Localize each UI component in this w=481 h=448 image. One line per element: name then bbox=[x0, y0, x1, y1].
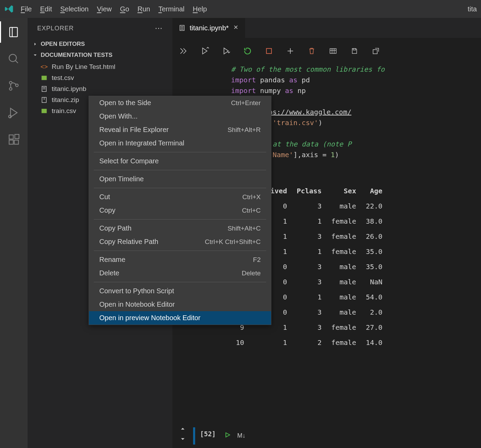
context-menu-item[interactable]: CutCtrl+X bbox=[89, 190, 271, 204]
menu-item-label: Copy bbox=[99, 206, 116, 214]
svg-rect-31 bbox=[373, 50, 377, 54]
notebook-icon bbox=[40, 85, 48, 93]
menu-item-label: Open in preview Notebook Editor bbox=[99, 314, 201, 322]
svg-point-5 bbox=[9, 115, 11, 118]
menu-item-label: Open in Notebook Editor bbox=[99, 301, 175, 308]
context-menu-item[interactable]: CopyCtrl+C bbox=[89, 204, 271, 217]
chevron-up-icon[interactable] bbox=[179, 425, 186, 434]
menu-item-shortcut: Ctrl+K Ctrl+Shift+C bbox=[205, 238, 261, 246]
context-menu-item[interactable]: Open to the SideCtrl+Enter bbox=[89, 96, 271, 110]
context-menu-item[interactable]: DeleteDelete bbox=[89, 266, 271, 280]
file-item[interactable]: test.csv bbox=[28, 72, 172, 83]
context-menu-item[interactable]: Convert to Python Script bbox=[89, 284, 271, 298]
export-icon[interactable] bbox=[371, 46, 381, 56]
svg-rect-9 bbox=[15, 134, 19, 139]
more-actions-icon[interactable]: ⋯ bbox=[155, 24, 163, 33]
csv-icon bbox=[40, 74, 48, 82]
context-menu-item[interactable]: Open With... bbox=[89, 110, 271, 123]
menu-item-label: Rename bbox=[99, 256, 126, 264]
menu-view[interactable]: View bbox=[97, 5, 112, 13]
zip-icon bbox=[40, 96, 48, 104]
add-cell-icon[interactable] bbox=[285, 46, 295, 56]
interrupt-kernel-icon[interactable] bbox=[264, 46, 274, 56]
context-menu-item[interactable]: Open in Integrated Terminal bbox=[89, 136, 271, 150]
chevron-down-icon[interactable] bbox=[179, 436, 186, 444]
menu-item-label: Select for Compare bbox=[99, 157, 159, 165]
tab-titanic-ipynb[interactable]: titanic.ipynb* bbox=[172, 18, 245, 38]
svg-rect-8 bbox=[14, 140, 19, 144]
menu-separator bbox=[94, 152, 266, 152]
open-editors-section[interactable]: OPEN EDITORS bbox=[28, 39, 172, 50]
context-menu-item[interactable]: Open in Notebook Editor bbox=[89, 298, 271, 311]
menu-item-label: Open With... bbox=[99, 112, 138, 120]
menu-go[interactable]: Go bbox=[120, 5, 129, 13]
svg-rect-6 bbox=[9, 135, 13, 139]
svg-point-3 bbox=[9, 88, 12, 90]
context-menu-item[interactable]: Select for Compare bbox=[89, 154, 271, 168]
table-header: Sex bbox=[327, 183, 361, 198]
menu-item-shortcut: Ctrl+Enter bbox=[231, 99, 261, 107]
menu-run[interactable]: Run bbox=[138, 5, 150, 13]
run-above-icon[interactable] bbox=[200, 46, 210, 56]
run-cell-icon[interactable] bbox=[224, 431, 231, 440]
context-menu-item[interactable]: Copy PathShift+Alt+C bbox=[89, 222, 271, 235]
sidebar-title: EXPLORER ⋯ bbox=[28, 18, 172, 39]
source-control-icon[interactable] bbox=[7, 79, 21, 93]
menu-selection[interactable]: Selection bbox=[60, 5, 89, 13]
menu-separator bbox=[94, 170, 266, 170]
table-row: 1012female14.0 bbox=[231, 335, 387, 350]
context-menu: Open to the SideCtrl+EnterOpen With...Re… bbox=[89, 96, 271, 325]
markdown-label[interactable]: M↓ bbox=[237, 432, 245, 439]
menu-bar: File Edit Selection View Go Run Terminal… bbox=[21, 5, 207, 13]
file-name: test.csv bbox=[52, 74, 74, 82]
context-menu-item[interactable]: Copy Relative PathCtrl+K Ctrl+Shift+C bbox=[89, 235, 271, 248]
menu-item-shortcut: Ctrl+X bbox=[242, 193, 261, 201]
file-item[interactable]: titanic.ipynb bbox=[28, 83, 172, 94]
chevron-right-icon bbox=[32, 41, 38, 47]
table-header: Age bbox=[361, 183, 387, 198]
run-all-icon[interactable] bbox=[179, 46, 188, 56]
execution-count: [52] bbox=[200, 430, 216, 438]
tab-label: titanic.ipynb* bbox=[190, 24, 229, 32]
run-below-icon[interactable] bbox=[221, 46, 231, 56]
csv-icon bbox=[40, 107, 48, 115]
context-menu-item[interactable]: RenameF2 bbox=[89, 253, 271, 266]
menu-terminal[interactable]: Terminal bbox=[158, 5, 184, 13]
file-name: titanic.ipynb bbox=[52, 85, 86, 93]
search-icon[interactable] bbox=[7, 52, 21, 66]
menu-item-label: Delete bbox=[99, 269, 119, 277]
svg-line-1 bbox=[16, 61, 18, 63]
context-menu-item[interactable]: Reveal in File ExplorerShift+Alt+R bbox=[89, 123, 271, 136]
menu-item-label: Reveal in File Explorer bbox=[99, 126, 169, 134]
svg-rect-30 bbox=[353, 48, 355, 50]
restart-kernel-icon[interactable] bbox=[243, 46, 252, 56]
menu-help[interactable]: Help bbox=[193, 5, 207, 13]
menu-item-label: Convert to Python Script bbox=[99, 287, 174, 295]
save-icon[interactable] bbox=[350, 46, 359, 56]
menu-separator bbox=[94, 251, 266, 251]
variables-icon[interactable] bbox=[328, 46, 338, 56]
notebook-icon bbox=[179, 24, 186, 31]
context-menu-item[interactable]: Open Timeline bbox=[89, 172, 271, 186]
vscode-logo-icon bbox=[4, 4, 14, 14]
run-debug-icon[interactable] bbox=[7, 105, 21, 120]
svg-rect-7 bbox=[9, 140, 13, 144]
table-header: Pclass bbox=[292, 183, 326, 198]
explorer-icon[interactable] bbox=[7, 25, 21, 39]
clear-outputs-icon[interactable] bbox=[307, 46, 317, 56]
close-icon[interactable] bbox=[233, 24, 239, 32]
file-item[interactable]: <>Run By Line Test.html bbox=[28, 61, 172, 72]
file-name: Run By Line Test.html bbox=[52, 63, 115, 71]
explorer-label: EXPLORER bbox=[37, 25, 74, 32]
context-menu-item[interactable]: Open in preview Notebook Editor bbox=[89, 311, 271, 325]
menu-item-shortcut: F2 bbox=[253, 256, 261, 264]
chevron-down-icon bbox=[32, 52, 38, 58]
titlebar: File Edit Selection View Go Run Terminal… bbox=[0, 0, 481, 18]
menu-item-label: Open in Integrated Terminal bbox=[99, 139, 184, 147]
menu-file[interactable]: File bbox=[21, 5, 32, 13]
extensions-icon[interactable] bbox=[7, 132, 21, 147]
menu-separator bbox=[94, 219, 266, 220]
workspace-section[interactable]: DOCUMENTATION TESTS bbox=[28, 50, 172, 61]
notebook-toolbar bbox=[172, 38, 481, 64]
menu-edit[interactable]: Edit bbox=[40, 5, 52, 13]
